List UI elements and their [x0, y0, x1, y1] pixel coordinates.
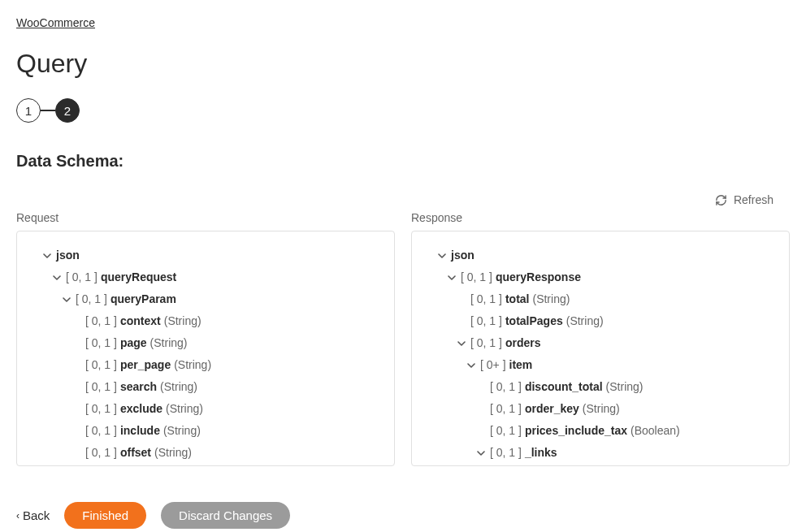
field-name: queryParam — [110, 291, 176, 308]
tree-row[interactable]: [ 0, 1 ]queryRequest — [27, 266, 384, 288]
tree-row[interactable]: [ 0, 1 ]totalPages(String) — [422, 310, 779, 332]
cardinality: [ 0, 1 ] — [85, 313, 117, 330]
chevron-down-icon[interactable] — [446, 274, 457, 282]
tree-row[interactable]: [ 0, 1 ]orders — [422, 332, 779, 354]
page-title: Query — [16, 49, 790, 79]
field-name: json — [451, 247, 474, 264]
cardinality: [ 0, 1 ] — [470, 335, 502, 352]
step-2[interactable]: 2 — [55, 98, 80, 123]
stepper: 1 2 — [16, 98, 790, 123]
tree-row[interactable]: [ 0, 1 ]queryParam — [27, 288, 384, 310]
tree-row[interactable]: [ 0, 1 ]page(String) — [27, 332, 384, 354]
cardinality: [ 0, 1 ] — [470, 313, 502, 330]
tree-row[interactable]: [ 0, 1 ]order(String) — [27, 464, 384, 466]
field-type: (String) — [164, 313, 202, 330]
response-label: Response — [411, 211, 790, 224]
chevron-down-icon[interactable] — [436, 252, 448, 260]
field-name: queryRequest — [101, 269, 176, 286]
cardinality: [ 0, 1 ] — [85, 378, 117, 396]
cardinality: [ 0, 1 ] — [85, 422, 117, 439]
cardinality: [ 0, 1 ] — [85, 335, 117, 352]
tree-row[interactable]: [ 0, 1 ]queryResponse — [422, 266, 779, 288]
field-name: queryResponse — [496, 269, 581, 286]
tree-row[interactable]: [ 0, 1 ]prices_include_tax(Boolean) — [422, 420, 779, 442]
tree-row[interactable]: json — [27, 244, 384, 266]
field-type: (String) — [154, 444, 192, 461]
cardinality: [ 0, 1 ] — [490, 378, 522, 396]
field-name: totalPages — [505, 313, 563, 330]
field-type: (String) — [150, 335, 188, 352]
cardinality: [ 0, 1 ] — [85, 400, 117, 417]
field-name: include — [120, 422, 160, 439]
breadcrumb[interactable]: WooCommerce — [16, 16, 790, 29]
chevron-down-icon[interactable] — [475, 449, 487, 457]
cardinality: [ 0+ ] — [480, 357, 506, 374]
tree-row[interactable]: [ 0, 1 ]per_page(String) — [27, 354, 384, 376]
field-name: item — [509, 357, 533, 374]
step-connector — [41, 110, 55, 111]
tree-row[interactable]: json — [422, 244, 779, 266]
chevron-down-icon[interactable] — [61, 296, 72, 304]
tree-row[interactable]: [ 0, 1 ]order_key(String) — [422, 398, 779, 420]
field-name: search — [120, 378, 157, 396]
request-label: Request — [16, 211, 395, 224]
field-name: per_page — [120, 357, 171, 374]
tree-row[interactable]: [ 0, 1 ]include(String) — [27, 420, 384, 442]
chevron-down-icon[interactable] — [456, 340, 467, 348]
request-panel: json[ 0, 1 ]queryRequest[ 0, 1 ]queryPar… — [16, 231, 395, 466]
field-name: json — [56, 247, 80, 264]
cardinality: [ 0, 1 ] — [461, 269, 492, 286]
cardinality: [ 0, 1 ] — [76, 291, 107, 308]
field-type: (String) — [174, 357, 211, 374]
field-name: order_key — [525, 400, 579, 417]
field-type: (String) — [532, 291, 570, 308]
tree-row[interactable]: [ 0, 1 ]total(String) — [422, 288, 779, 310]
section-heading: Data Schema: — [16, 152, 790, 171]
field-type: (String) — [606, 378, 644, 396]
tree-row[interactable]: [ 0+ ]item — [422, 354, 779, 376]
field-name: discount_total — [525, 378, 603, 396]
back-label: Back — [23, 508, 50, 522]
chevron-down-icon[interactable] — [51, 274, 63, 282]
cardinality: [ 0, 1 ] — [470, 291, 502, 308]
cardinality: [ 0, 1 ] — [490, 422, 522, 439]
tree-row[interactable]: [ 0, 1 ]_links — [422, 442, 779, 464]
tree-row[interactable]: [ 0, 1 ]search(String) — [27, 376, 384, 398]
discard-changes-button[interactable]: Discard Changes — [161, 502, 290, 529]
tree-row[interactable]: [ 0, 1 ]offset(String) — [27, 442, 384, 464]
field-type: (Boolean) — [630, 422, 680, 439]
chevron-left-icon: ‹ — [16, 510, 20, 521]
field-type: (String) — [160, 378, 197, 396]
field-name: context — [120, 313, 161, 330]
back-button[interactable]: ‹ Back — [16, 508, 50, 522]
field-name: page — [120, 335, 147, 352]
finished-button[interactable]: Finished — [64, 502, 146, 529]
field-type: (String) — [163, 422, 201, 439]
chevron-down-icon[interactable] — [41, 252, 53, 260]
field-name: _links — [525, 444, 557, 461]
tree-row[interactable]: [ 0, 1 ]context(String) — [27, 310, 384, 332]
tree-row[interactable]: [ 0, 1 ]exclude(String) — [27, 398, 384, 420]
tree-row[interactable]: [ 0, 1 ]self — [422, 464, 779, 466]
cardinality: [ 0, 1 ] — [85, 444, 117, 461]
refresh-button[interactable]: Refresh — [715, 193, 774, 206]
field-type: (String) — [583, 400, 620, 417]
cardinality: [ 0, 1 ] — [85, 357, 117, 374]
cardinality: [ 0, 1 ] — [490, 400, 522, 417]
chevron-down-icon[interactable] — [466, 361, 477, 370]
cardinality: [ 0, 1 ] — [490, 444, 522, 461]
tree-row[interactable]: [ 0, 1 ]discount_total(String) — [422, 376, 779, 398]
field-type: (String) — [166, 400, 203, 417]
refresh-icon — [715, 194, 727, 206]
step-1[interactable]: 1 — [16, 98, 41, 123]
field-name: exclude — [120, 400, 162, 417]
response-panel: json[ 0, 1 ]queryResponse[ 0, 1 ]total(S… — [411, 231, 790, 466]
cardinality: [ 0, 1 ] — [66, 269, 98, 286]
field-name: offset — [120, 444, 151, 461]
field-name: prices_include_tax — [525, 422, 627, 439]
field-name: orders — [505, 335, 541, 352]
field-type: (String) — [566, 313, 604, 330]
refresh-label: Refresh — [734, 193, 774, 206]
field-name: total — [505, 291, 530, 308]
